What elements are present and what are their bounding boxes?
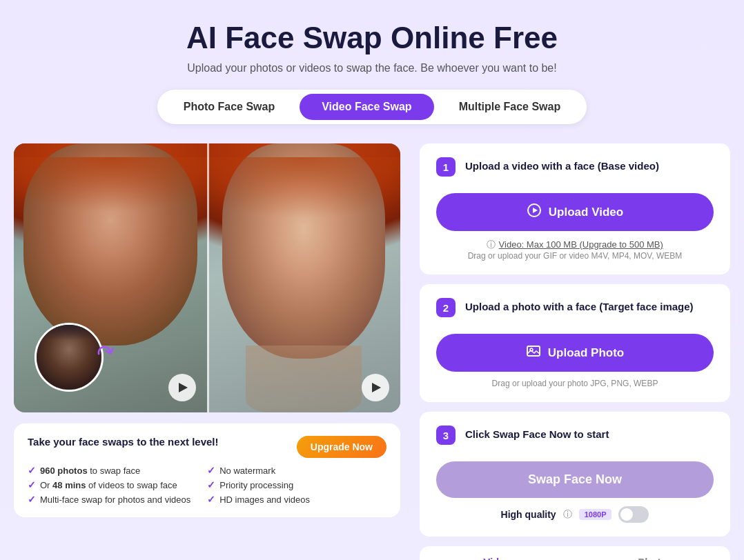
step-3-card: 3 Click Swap Face Now to start Swap Face…: [420, 412, 730, 537]
step-2-card: 2 Upload a photo with a face (Target fac…: [420, 284, 730, 402]
step-1-badge: 1: [436, 157, 456, 177]
tab-pills: Photo Face Swap Video Face Swap Multiple…: [157, 90, 587, 124]
check-icon-4: ✓: [207, 465, 215, 476]
step-1-file-info: ⓘ Video: Max 100 MB (Upgrade to 500 MB) …: [436, 238, 714, 261]
step-2-file-info: Drag or upload your photo JPG, PNG, WEBP: [436, 379, 714, 388]
video-divider: [207, 143, 209, 412]
step-2-title: Upload a photo with a face (Target face …: [465, 301, 694, 312]
tab-multiple[interactable]: Multiple Face Swap: [437, 94, 583, 120]
page-title: AI Face Swap Online Free: [14, 21, 730, 55]
quality-badge: 1080P: [579, 509, 612, 520]
quality-row: High quality ⓘ 1080P: [436, 506, 714, 523]
right-panel: 1 Upload a video with a face (Base video…: [420, 143, 730, 560]
swap-face-label: Swap Face Now: [528, 472, 622, 487]
upgrade-title: Take your face swaps to the next level!: [28, 436, 219, 448]
check-icon-1: ✓: [28, 465, 36, 476]
source-face-circle: [35, 323, 104, 392]
upgrade-features-right: ✓ No watermark ✓ Priority processing ✓ H…: [207, 465, 310, 505]
video-preview: ↷: [14, 143, 400, 412]
left-panel: ↷: [14, 143, 400, 517]
check-icon-6: ✓: [207, 494, 215, 505]
video-after: [207, 143, 400, 412]
quality-label: High quality: [501, 509, 556, 520]
svg-marker-1: [533, 208, 538, 213]
step-3-title: Click Swap Face Now to start: [465, 428, 609, 440]
upload-video-icon: [527, 203, 542, 221]
upload-photo-label: Upload Photo: [548, 346, 624, 360]
swap-face-button[interactable]: Swap Face Now: [436, 461, 714, 498]
upgrade-feature-4: ✓ No watermark: [207, 465, 310, 476]
tab-switcher: Photo Face Swap Video Face Swap Multiple…: [14, 90, 730, 124]
upgrade-features-left: ✓ 960 photos to swap face ✓ Or 48 mins o…: [28, 465, 190, 505]
page-header: AI Face Swap Online Free Upload your pho…: [14, 21, 730, 74]
upgrade-feature-3: ✓ Multi-face swap for photos and videos: [28, 494, 190, 505]
bottom-tabs: Video Photo: [420, 546, 730, 560]
step-1-card: 1 Upload a video with a face (Base video…: [420, 143, 730, 274]
tab-photo[interactable]: Photo Face Swap: [161, 94, 297, 120]
main-content: ↷: [14, 143, 730, 560]
svg-rect-2: [527, 346, 540, 356]
quality-toggle[interactable]: [618, 506, 649, 523]
upgrade-feature-1: ✓ 960 photos to swap face: [28, 465, 190, 476]
video-before: ↷: [14, 143, 207, 412]
step-3-badge: 3: [436, 426, 456, 445]
upgrade-feature-5: ✓ Priority processing: [207, 479, 310, 490]
file-limit-link[interactable]: Video: Max 100 MB (Upgrade to 500 MB): [499, 239, 663, 250]
info-icon-1: ⓘ: [487, 239, 496, 250]
tab-video[interactable]: Video Face Swap: [300, 94, 433, 120]
upload-video-label: Upload Video: [549, 206, 623, 219]
upload-photo-icon: [526, 343, 541, 362]
upload-video-button[interactable]: Upload Video: [436, 193, 714, 231]
tab-photo-result[interactable]: Photo: [575, 546, 730, 560]
upgrade-feature-2: ✓ Or 48 mins of videos to swap face: [28, 479, 190, 490]
file-formats-2: Drag or upload your photo JPG, PNG, WEBP: [436, 379, 714, 388]
upload-photo-button[interactable]: Upload Photo: [436, 334, 714, 372]
file-formats-1: Drag or upload your GIF or video M4V, MP…: [436, 251, 714, 261]
upgrade-feature-6: ✓ HD images and videos: [207, 494, 310, 505]
tab-video-result[interactable]: Video: [420, 546, 575, 560]
page-subtitle: Upload your photos or videos to swap the…: [14, 62, 730, 74]
step-1-title: Upload a video with a face (Base video): [465, 160, 659, 172]
step-2-badge: 2: [436, 298, 456, 317]
upgrade-banner: Take your face swaps to the next level! …: [14, 423, 400, 517]
quality-info-icon: ⓘ: [563, 508, 572, 521]
check-icon-5: ✓: [207, 479, 215, 490]
check-icon-3: ✓: [28, 494, 36, 505]
play-button-right[interactable]: [362, 374, 389, 401]
bottom-tab-header: Video Photo: [420, 546, 730, 560]
check-icon-2: ✓: [28, 479, 36, 490]
upgrade-button[interactable]: Upgrade Now: [297, 436, 386, 458]
play-button-left[interactable]: [168, 374, 196, 401]
